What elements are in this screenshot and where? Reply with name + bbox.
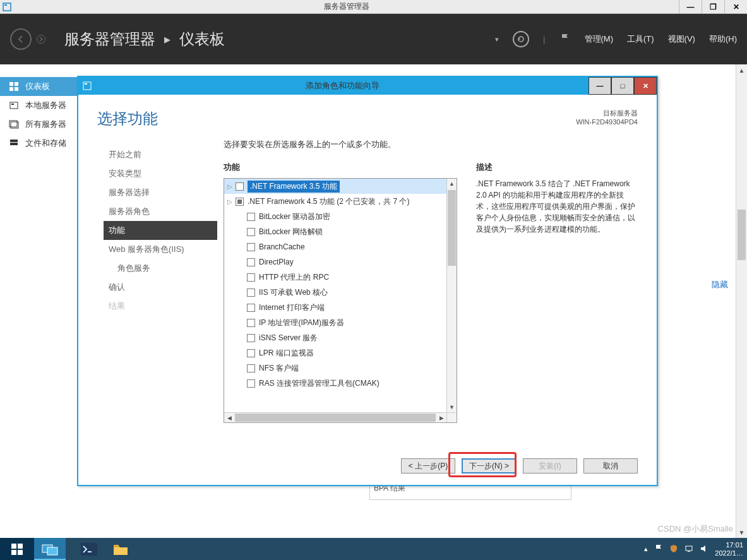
feature-checkbox[interactable]: [247, 213, 255, 221]
features-listbox[interactable]: ▷.NET Framework 3.5 功能▷.NET Framework 4.…: [224, 178, 457, 423]
feature-item[interactable]: NFS 客户端: [224, 360, 446, 376]
feature-item[interactable]: RAS 连接管理器管理工具包(CMAK): [224, 376, 446, 391]
system-tray[interactable]: ▴ 17:01 2022/1…: [640, 541, 747, 556]
wizard-step[interactable]: 角色服务: [104, 259, 217, 278]
feature-label: .NET Framework 4.5 功能 (2 个已安装，共 7 个): [248, 196, 409, 207]
menu-help[interactable]: 帮助(H): [709, 33, 737, 45]
svg-rect-21: [114, 545, 119, 547]
svg-rect-4: [9, 87, 13, 91]
feature-checkbox[interactable]: [236, 182, 244, 191]
nav-forward-button[interactable]: [37, 35, 45, 44]
wizard-step[interactable]: 开始之前: [104, 145, 217, 164]
nav-back-button[interactable]: [10, 28, 32, 50]
window-minimize-button[interactable]: —: [679, 0, 702, 14]
expand-caret-icon[interactable]: ▷: [224, 183, 236, 190]
feature-item[interactable]: ▷.NET Framework 4.5 功能 (2 个已安装，共 7 个): [224, 194, 446, 209]
tray-network-icon[interactable]: [684, 544, 693, 554]
feature-item[interactable]: BranchCache: [224, 239, 446, 254]
taskbar[interactable]: ▴ 17:01 2022/1…: [0, 538, 747, 560]
expand-caret-icon[interactable]: ▷: [224, 198, 236, 205]
wizard-step[interactable]: 服务器角色: [104, 202, 217, 221]
feature-item[interactable]: iSNS Server 服务: [224, 330, 446, 345]
feature-checkbox[interactable]: [247, 228, 255, 236]
dialog-close-button[interactable]: ✕: [634, 77, 657, 95]
scroll-down-icon[interactable]: ▼: [736, 527, 747, 538]
feature-checkbox[interactable]: [247, 379, 255, 388]
window-close-button[interactable]: ✕: [724, 0, 747, 14]
taskbar-powershell[interactable]: [73, 538, 105, 560]
start-button[interactable]: [0, 538, 34, 560]
hide-link[interactable]: 隐藏: [712, 279, 728, 290]
taskbar-server-manager[interactable]: [34, 538, 66, 560]
feature-item[interactable]: Internet 打印客户端: [224, 300, 446, 315]
wizard-step[interactable]: 功能: [104, 221, 217, 240]
menu-view[interactable]: 视图(V): [668, 33, 695, 45]
scroll-down-icon[interactable]: ▼: [447, 402, 457, 412]
wizard-step[interactable]: 服务器选择: [104, 183, 217, 202]
menu-manage[interactable]: 管理(M): [585, 33, 614, 45]
features-column-header: 功能: [224, 162, 457, 173]
clock-date: 2022/1…: [715, 549, 743, 557]
scroll-thumb[interactable]: [235, 414, 436, 422]
feature-label: IIS 可承载 Web 核心: [259, 287, 328, 298]
taskbar-explorer[interactable]: [105, 538, 136, 560]
tray-volume-icon[interactable]: [700, 544, 708, 554]
refresh-button[interactable]: [513, 31, 529, 47]
breadcrumb-app: 服务器管理器: [64, 29, 155, 49]
target-server-info: 目标服务器 WIN-F2D49304PD4: [576, 109, 638, 126]
features-vertical-scrollbar[interactable]: ▲ ▼: [446, 179, 457, 412]
breadcrumb: 服务器管理器 ▸ 仪表板: [64, 29, 225, 49]
dialog-minimize-button[interactable]: —: [589, 77, 611, 95]
feature-item[interactable]: LPR 端口监视器: [224, 345, 446, 360]
feature-label: DirectPlay: [259, 258, 294, 266]
main-vertical-scrollbar[interactable]: ▲ ▼: [736, 64, 747, 538]
tray-shield-icon[interactable]: [669, 544, 678, 554]
feature-checkbox[interactable]: [247, 304, 255, 312]
svg-rect-17: [18, 550, 23, 555]
cancel-button[interactable]: 取消: [583, 458, 638, 474]
tray-flag-icon[interactable]: [654, 544, 663, 554]
feature-item[interactable]: ▷.NET Framework 3.5 功能: [224, 179, 446, 194]
dialog-maximize-button[interactable]: □: [611, 77, 634, 95]
feature-item[interactable]: BitLocker 驱动器加密: [224, 209, 446, 224]
wizard-step[interactable]: 确认: [104, 278, 217, 297]
feature-item[interactable]: DirectPlay: [224, 254, 446, 270]
sidebar-item-label: 所有服务器: [25, 119, 66, 130]
features-horizontal-scrollbar[interactable]: ◀ ▶: [224, 412, 446, 422]
feature-label: iSNS Server 服务: [259, 333, 318, 343]
notifications-flag-icon[interactable]: [559, 33, 571, 46]
wizard-step[interactable]: Web 服务器角色(IIS): [104, 240, 217, 259]
dropdown-caret-icon[interactable]: ▾: [495, 35, 499, 44]
description-text: .NET Framework 3.5 结合了 .NET Framework 2.…: [476, 178, 639, 235]
feature-checkbox[interactable]: [247, 319, 255, 327]
feature-checkbox[interactable]: [247, 243, 255, 251]
taskbar-clock[interactable]: 17:01 2022/1…: [715, 541, 743, 556]
menu-tools[interactable]: 工具(T): [627, 33, 654, 45]
wizard-step[interactable]: 安装类型: [104, 164, 217, 183]
scroll-thumb[interactable]: [738, 210, 746, 260]
feature-label: BitLocker 网络解锁: [259, 227, 323, 237]
window-maximize-button[interactable]: ❐: [702, 0, 724, 14]
feature-item[interactable]: IIS 可承载 Web 核心: [224, 285, 446, 300]
features-items: ▷.NET Framework 3.5 功能▷.NET Framework 4.…: [224, 179, 446, 412]
dialog-titlebar[interactable]: 添加角色和功能向导 — □ ✕: [78, 77, 657, 95]
feature-checkbox[interactable]: [236, 198, 244, 206]
scroll-right-icon[interactable]: ▶: [436, 413, 446, 422]
feature-checkbox[interactable]: [247, 349, 255, 357]
feature-item[interactable]: HTTP 代理上的 RPC: [224, 270, 446, 285]
feature-checkbox[interactable]: [247, 334, 255, 342]
feature-checkbox[interactable]: [247, 273, 255, 282]
scroll-thumb[interactable]: [448, 190, 456, 266]
tray-up-icon[interactable]: ▴: [644, 545, 648, 553]
feature-item[interactable]: IP 地址管理(IPAM)服务器: [224, 315, 446, 330]
feature-checkbox[interactable]: [247, 364, 255, 372]
feature-label: RAS 连接管理器管理工具包(CMAK): [259, 378, 379, 389]
scroll-left-icon[interactable]: ◀: [224, 413, 234, 422]
next-button[interactable]: 下一步(N) >: [462, 458, 517, 474]
prev-button[interactable]: < 上一步(P): [401, 458, 455, 474]
feature-item[interactable]: BitLocker 网络解锁: [224, 224, 446, 239]
feature-checkbox[interactable]: [247, 289, 255, 297]
scroll-up-icon[interactable]: ▲: [447, 179, 457, 189]
feature-checkbox[interactable]: [247, 258, 255, 266]
scroll-up-icon[interactable]: ▲: [736, 64, 747, 76]
